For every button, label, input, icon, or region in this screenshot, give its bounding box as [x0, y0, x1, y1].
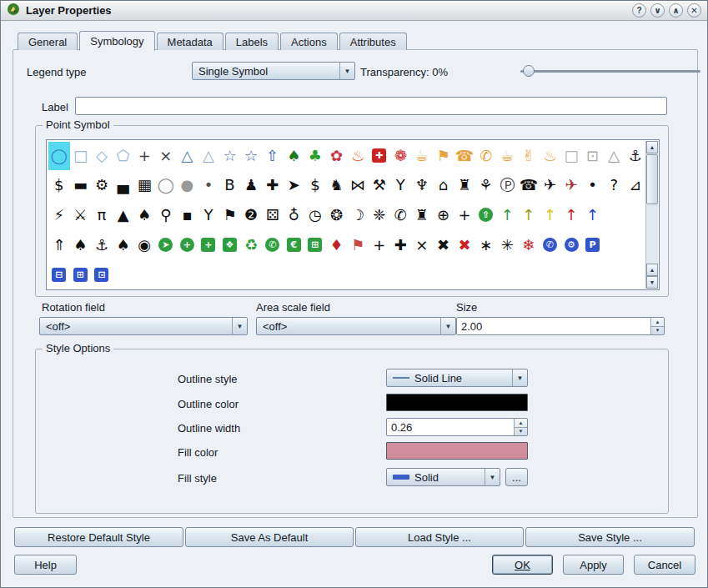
scrollbar-up-button-2[interactable]: ▲	[646, 264, 658, 276]
symbol-cell[interactable]: ✆	[475, 142, 497, 170]
label-input[interactable]	[75, 97, 667, 115]
apply-button[interactable]: Apply	[563, 555, 624, 575]
symbol-cell[interactable]: ⊞	[304, 231, 326, 259]
symbol-cell[interactable]: Y	[198, 201, 219, 229]
symbol-cell[interactable]: ♟	[240, 171, 262, 199]
symbol-cell[interactable]: △	[198, 142, 219, 170]
symbol-cell[interactable]: ▪	[177, 201, 198, 229]
symbol-cell[interactable]: ◇	[91, 142, 113, 170]
scrollbar-thumb[interactable]	[646, 154, 658, 204]
symbol-cell[interactable]: ✿	[326, 142, 348, 170]
symbol-cell[interactable]: ✆	[540, 231, 561, 259]
symbol-cell[interactable]: ↑	[518, 201, 540, 229]
symbol-cell[interactable]: ☎	[454, 142, 475, 170]
symbol-cell[interactable]: ♠	[284, 142, 305, 170]
symbol-cell[interactable]: ⚓	[91, 231, 113, 259]
ok-button[interactable]: OK	[492, 555, 553, 575]
symbol-cell[interactable]: ▄	[113, 171, 134, 199]
window-unshade-button[interactable]: ∧	[669, 3, 683, 18]
titlebar[interactable]: Layer Properties ? ∨ ∧ ✕	[1, 1, 707, 21]
symbol-cell[interactable]: B	[219, 171, 241, 199]
symbol-cell[interactable]: ⊡	[91, 260, 113, 289]
tab-labels[interactable]: Labels	[225, 33, 279, 50]
area-scale-field-combobox[interactable]: <off> ▼	[256, 317, 456, 335]
scrollbar-up-button[interactable]: ▲	[646, 141, 658, 153]
symbol-cell[interactable]: ♠	[113, 231, 134, 259]
symbol-cell[interactable]: △	[177, 142, 198, 170]
symbol-cell[interactable]: ⚔	[70, 201, 92, 229]
symbol-cell[interactable]: €	[284, 231, 305, 259]
tab-general[interactable]: General	[18, 33, 78, 50]
symbol-cell[interactable]: ◉	[133, 231, 155, 259]
symbol-cell[interactable]: ♨	[540, 142, 561, 170]
tab-symbology[interactable]: Symbology	[79, 31, 154, 51]
symbol-cell[interactable]: ♜	[454, 171, 475, 199]
symbol-list-scrollbar[interactable]: ▲ ▲ ▼	[645, 141, 658, 289]
symbol-cell[interactable]: ⚓	[625, 142, 645, 170]
symbol-cell[interactable]: ✚	[390, 231, 412, 259]
symbol-cell[interactable]: ✚	[369, 142, 390, 170]
symbol-cell[interactable]: ↑	[540, 201, 561, 229]
symbol-cell[interactable]: ◷	[304, 201, 326, 229]
symbol-cell[interactable]: $	[304, 171, 326, 199]
symbol-cell[interactable]: ♠	[133, 201, 155, 229]
symbol-cell[interactable]: ♞	[326, 171, 348, 199]
symbol-cell[interactable]: +	[369, 231, 390, 259]
symbol-cell[interactable]: +	[133, 142, 155, 170]
symbol-cell[interactable]: +	[177, 231, 198, 259]
symbol-cell[interactable]: ❄	[518, 231, 540, 259]
symbol-cell[interactable]: ▲	[113, 201, 134, 229]
symbol-cell[interactable]: ♦	[326, 231, 348, 259]
symbol-cell[interactable]: ⊟	[48, 260, 70, 289]
symbol-cell[interactable]: ⚲	[155, 201, 177, 229]
symbol-cell[interactable]: ☎	[518, 171, 540, 199]
symbol-cell[interactable]: ▦	[133, 171, 155, 199]
symbol-cell[interactable]: ⚑	[219, 201, 241, 229]
symbol-cell[interactable]: •	[198, 171, 219, 199]
outline-width-spinbox[interactable]: 0.26 ▲ ▼	[386, 418, 528, 436]
symbol-cell[interactable]: ☆	[219, 142, 241, 170]
cancel-button[interactable]: Cancel	[634, 555, 695, 575]
save-as-default-button[interactable]: Save As Default	[185, 527, 354, 547]
symbol-cell[interactable]: △	[603, 142, 625, 170]
symbol-cell[interactable]: ❂	[326, 201, 348, 229]
symbol-cell[interactable]: ✖	[454, 231, 475, 259]
symbol-cell[interactable]: ✳	[496, 231, 518, 259]
symbol-cell[interactable]: ↑	[496, 201, 518, 229]
symbol-cell[interactable]: ⬠	[113, 142, 134, 170]
symbol-cell[interactable]: ⊿	[625, 171, 645, 199]
symbol-cell[interactable]: π	[91, 201, 113, 229]
symbol-cell[interactable]: Ⓟ	[496, 171, 518, 199]
symbol-cell[interactable]: ↑	[560, 201, 582, 229]
symbol-cell[interactable]: ⚑	[433, 142, 454, 170]
symbol-cell[interactable]: □	[560, 142, 582, 170]
symbol-cell[interactable]: ⇧	[475, 201, 497, 229]
symbol-cell[interactable]: ❖	[219, 231, 241, 259]
symbol-cell[interactable]: ⊡	[582, 142, 604, 170]
symbol-cell[interactable]: ➤	[284, 171, 305, 199]
help-button[interactable]: Help	[14, 555, 77, 575]
symbol-cell[interactable]: ♣	[304, 142, 326, 170]
symbol-cell[interactable]: •	[582, 171, 604, 199]
symbol-cell[interactable]: ?	[603, 171, 625, 199]
symbol-cell[interactable]: ⚙	[91, 171, 113, 199]
symbol-cell-selected[interactable]: ◯	[48, 142, 70, 170]
symbol-cell[interactable]: ↑	[582, 201, 604, 229]
symbol-cell[interactable]: ❁	[390, 142, 412, 170]
rotation-field-combobox[interactable]: <off> ▼	[39, 317, 248, 335]
symbol-cell[interactable]: ⋈	[347, 171, 369, 199]
load-style-button[interactable]: Load Style ...	[355, 527, 524, 547]
tab-metadata[interactable]: Metadata	[157, 33, 223, 50]
symbol-cell[interactable]: ♜	[411, 201, 433, 229]
symbol-cell[interactable]: ☆	[240, 142, 262, 170]
symbol-cell[interactable]: ➤	[155, 231, 177, 259]
symbol-cell[interactable]: ❷	[240, 201, 262, 229]
symbol-cell[interactable]: ☕	[496, 142, 518, 170]
symbol-cell[interactable]: ⊕	[433, 201, 454, 229]
symbol-cell[interactable]: $	[48, 171, 70, 199]
symbol-cell[interactable]: ⚘	[475, 171, 497, 199]
symbol-cell[interactable]: ◯	[155, 171, 177, 199]
symbol-cell[interactable]: ⊞	[70, 260, 92, 289]
symbol-cell[interactable]: ♻	[240, 231, 262, 259]
symbol-cell[interactable]: ❈	[369, 201, 390, 229]
